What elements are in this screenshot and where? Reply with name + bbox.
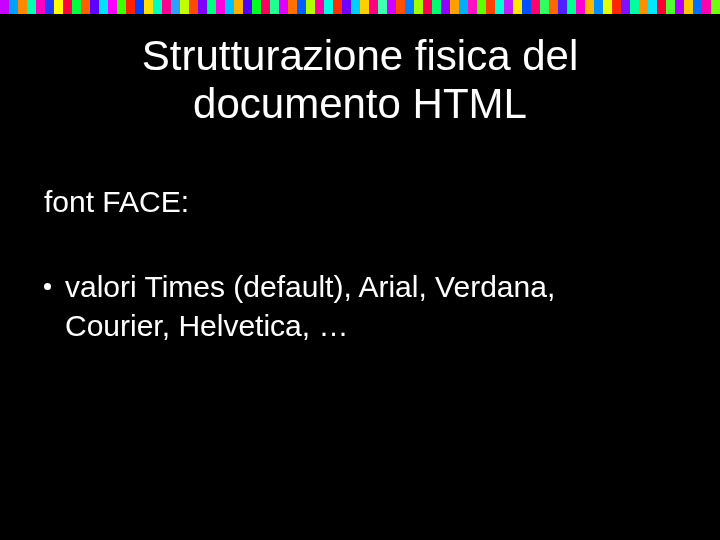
band-swatch <box>549 0 558 14</box>
band-swatch <box>36 0 45 14</box>
band-swatch <box>621 0 630 14</box>
band-swatch <box>315 0 324 14</box>
band-swatch <box>675 0 684 14</box>
band-swatch <box>135 0 144 14</box>
band-swatch <box>513 0 522 14</box>
bullet-dot-icon <box>44 283 51 290</box>
band-swatch <box>261 0 270 14</box>
band-swatch <box>189 0 198 14</box>
band-swatch <box>396 0 405 14</box>
band-swatch <box>72 0 81 14</box>
decorative-color-band <box>0 0 720 14</box>
band-swatch <box>558 0 567 14</box>
slide-title: Strutturazione fisica del documento HTML <box>50 32 670 129</box>
slide-body: Strutturazione fisica del documento HTML… <box>0 14 720 345</box>
band-swatch <box>477 0 486 14</box>
band-swatch <box>387 0 396 14</box>
band-swatch <box>9 0 18 14</box>
band-swatch <box>459 0 468 14</box>
band-swatch <box>162 0 171 14</box>
band-swatch <box>684 0 693 14</box>
band-swatch <box>99 0 108 14</box>
band-swatch <box>270 0 279 14</box>
band-swatch <box>603 0 612 14</box>
slide-subheading: font FACE: <box>44 185 680 219</box>
list-item: valori Times (default), Arial, Verdana, … <box>44 267 680 345</box>
bullet-text: valori Times (default), Arial, Verdana, … <box>65 267 665 345</box>
band-swatch <box>657 0 666 14</box>
band-swatch <box>81 0 90 14</box>
band-swatch <box>702 0 711 14</box>
band-swatch <box>288 0 297 14</box>
band-swatch <box>297 0 306 14</box>
band-swatch <box>144 0 153 14</box>
band-swatch <box>504 0 513 14</box>
band-swatch <box>108 0 117 14</box>
band-swatch <box>279 0 288 14</box>
band-swatch <box>216 0 225 14</box>
band-swatch <box>540 0 549 14</box>
band-swatch <box>612 0 621 14</box>
band-swatch <box>243 0 252 14</box>
band-swatch <box>225 0 234 14</box>
band-swatch <box>378 0 387 14</box>
band-swatch <box>153 0 162 14</box>
band-swatch <box>693 0 702 14</box>
band-swatch <box>351 0 360 14</box>
band-swatch <box>198 0 207 14</box>
band-swatch <box>630 0 639 14</box>
band-swatch <box>522 0 531 14</box>
band-swatch <box>306 0 315 14</box>
band-swatch <box>360 0 369 14</box>
band-swatch <box>234 0 243 14</box>
band-swatch <box>18 0 27 14</box>
band-swatch <box>333 0 342 14</box>
band-swatch <box>252 0 261 14</box>
band-swatch <box>468 0 477 14</box>
band-swatch <box>567 0 576 14</box>
band-swatch <box>369 0 378 14</box>
band-swatch <box>585 0 594 14</box>
band-swatch <box>594 0 603 14</box>
band-swatch <box>54 0 63 14</box>
band-swatch <box>90 0 99 14</box>
band-swatch <box>576 0 585 14</box>
band-swatch <box>495 0 504 14</box>
band-swatch <box>63 0 72 14</box>
band-swatch <box>432 0 441 14</box>
band-swatch <box>0 0 9 14</box>
band-swatch <box>639 0 648 14</box>
band-swatch <box>423 0 432 14</box>
band-swatch <box>486 0 495 14</box>
band-swatch <box>648 0 657 14</box>
band-swatch <box>342 0 351 14</box>
band-swatch <box>414 0 423 14</box>
band-swatch <box>441 0 450 14</box>
band-swatch <box>126 0 135 14</box>
band-swatch <box>531 0 540 14</box>
band-swatch <box>324 0 333 14</box>
band-swatch <box>27 0 36 14</box>
band-swatch <box>711 0 720 14</box>
band-swatch <box>207 0 216 14</box>
band-swatch <box>450 0 459 14</box>
band-swatch <box>171 0 180 14</box>
band-swatch <box>117 0 126 14</box>
band-swatch <box>45 0 54 14</box>
bullet-list: valori Times (default), Arial, Verdana, … <box>44 267 680 345</box>
band-swatch <box>405 0 414 14</box>
band-swatch <box>666 0 675 14</box>
band-swatch <box>180 0 189 14</box>
